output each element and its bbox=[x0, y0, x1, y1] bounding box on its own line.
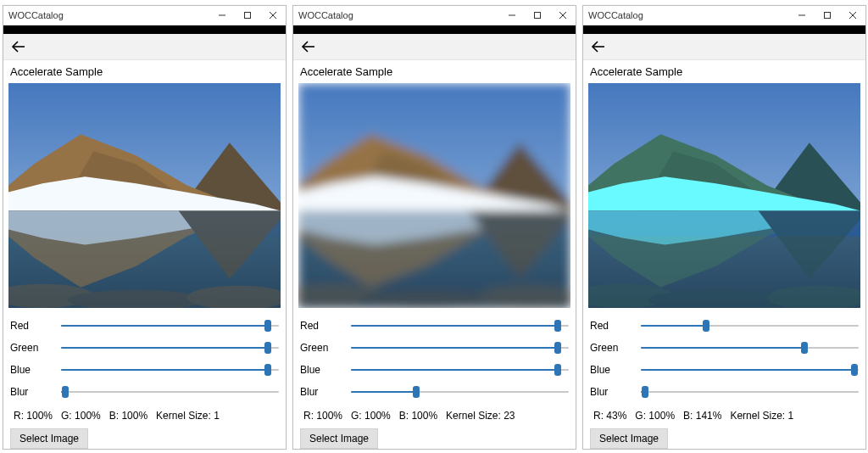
maximize-button[interactable] bbox=[815, 6, 840, 25]
app-header-bar bbox=[583, 25, 865, 34]
slider-row-blue: Blue bbox=[10, 359, 279, 381]
slider-blur[interactable] bbox=[351, 383, 569, 400]
titlebar[interactable]: WOCCatalog bbox=[583, 6, 865, 25]
back-arrow-icon bbox=[590, 40, 607, 53]
slider-green[interactable] bbox=[641, 339, 859, 356]
slider-label: Green bbox=[300, 342, 351, 354]
slider-label: Red bbox=[300, 320, 351, 332]
slider-blur[interactable] bbox=[61, 383, 279, 400]
minimize-button[interactable] bbox=[789, 6, 815, 25]
slider-row-red: Red bbox=[10, 315, 279, 337]
back-arrow-icon bbox=[10, 40, 27, 53]
slider-row-green: Green bbox=[10, 337, 279, 359]
app-header-bar bbox=[3, 25, 286, 34]
slider-label: Blur bbox=[10, 386, 61, 398]
slider-green[interactable] bbox=[351, 339, 569, 356]
app-window: WOCCatalog Accelerate bbox=[292, 5, 576, 450]
slider-thumb[interactable] bbox=[62, 386, 69, 398]
slider-thumb[interactable] bbox=[554, 342, 561, 354]
slider-thumb[interactable] bbox=[554, 320, 561, 332]
back-button[interactable] bbox=[10, 40, 27, 53]
image-preview bbox=[8, 83, 281, 308]
select-image-button[interactable]: Select Image bbox=[590, 428, 668, 449]
status-g: G: 100% bbox=[61, 410, 101, 422]
slider-thumb[interactable] bbox=[264, 320, 271, 332]
status-r: R: 43% bbox=[593, 410, 626, 422]
slider-label: Red bbox=[590, 320, 641, 332]
status-b: B: 100% bbox=[399, 410, 437, 422]
minimize-button[interactable] bbox=[209, 6, 235, 25]
app-title: WOCCatalog bbox=[588, 10, 643, 20]
window-controls bbox=[209, 6, 286, 25]
slider-track bbox=[641, 391, 859, 393]
page-title: Accelerate Sample bbox=[293, 60, 576, 81]
slider-red[interactable] bbox=[61, 317, 279, 334]
app-title: WOCCatalog bbox=[298, 10, 353, 20]
slider-thumb[interactable] bbox=[642, 386, 648, 398]
maximize-button[interactable] bbox=[525, 6, 550, 25]
page-title: Accelerate Sample bbox=[583, 60, 865, 81]
image-preview bbox=[298, 83, 570, 308]
slider-row-blur: Blur bbox=[300, 381, 569, 403]
app-window: WOCCatalog Accelerate bbox=[582, 5, 866, 450]
minimize-button[interactable] bbox=[499, 6, 525, 25]
slider-red[interactable] bbox=[351, 317, 569, 334]
status-kernel: Kernel Size: 23 bbox=[446, 410, 515, 422]
back-button[interactable] bbox=[590, 40, 607, 53]
status-kernel: Kernel Size: 1 bbox=[730, 410, 793, 422]
slider-blur[interactable] bbox=[641, 383, 859, 400]
slider-red[interactable] bbox=[641, 317, 859, 334]
back-button[interactable] bbox=[300, 40, 317, 53]
app-window: WOCCatalog Accelerate bbox=[3, 5, 287, 450]
nav-bar bbox=[583, 34, 865, 60]
image-preview bbox=[588, 83, 860, 308]
slider-label: Green bbox=[10, 342, 61, 354]
slider-thumb[interactable] bbox=[413, 386, 420, 398]
status-b: B: 141% bbox=[683, 410, 721, 422]
window-controls bbox=[499, 6, 576, 25]
slider-thumb[interactable] bbox=[851, 364, 858, 376]
status-line: R: 43% G: 100% B: 141% Kernel Size: 1 bbox=[583, 403, 865, 427]
slider-label: Green bbox=[590, 342, 641, 354]
titlebar[interactable]: WOCCatalog bbox=[293, 6, 576, 25]
slider-blue[interactable] bbox=[351, 361, 569, 378]
landscape-image bbox=[8, 83, 281, 308]
select-image-button[interactable]: Select Image bbox=[300, 428, 378, 449]
status-kernel: Kernel Size: 1 bbox=[156, 410, 220, 422]
slider-thumb[interactable] bbox=[703, 320, 709, 332]
slider-label: Red bbox=[10, 320, 61, 332]
select-image-button[interactable]: Select Image bbox=[10, 428, 88, 449]
status-line: R: 100% G: 100% B: 100% Kernel Size: 23 bbox=[293, 403, 576, 427]
slider-label: Blue bbox=[300, 364, 351, 376]
app-title: WOCCatalog bbox=[8, 10, 64, 20]
svg-rect-12 bbox=[535, 13, 541, 19]
slider-thumb[interactable] bbox=[801, 342, 808, 354]
slider-row-green: Green bbox=[590, 337, 859, 359]
slider-fill bbox=[351, 325, 558, 327]
close-button[interactable] bbox=[260, 6, 286, 25]
slider-thumb[interactable] bbox=[554, 364, 561, 376]
sliders-panel: Red Green Blue Blur bbox=[293, 311, 576, 403]
slider-row-blur: Blur bbox=[590, 381, 859, 403]
slider-label: Blue bbox=[10, 364, 61, 376]
status-g: G: 100% bbox=[351, 410, 391, 422]
slider-label: Blue bbox=[590, 364, 641, 376]
maximize-button[interactable] bbox=[235, 6, 260, 25]
slider-thumb[interactable] bbox=[264, 342, 271, 354]
close-button[interactable] bbox=[550, 6, 576, 25]
slider-blue[interactable] bbox=[61, 361, 279, 378]
slider-label: Blur bbox=[590, 386, 641, 398]
status-r: R: 100% bbox=[303, 410, 342, 422]
slider-green[interactable] bbox=[61, 339, 279, 356]
slider-row-blur: Blur bbox=[10, 381, 279, 403]
slider-fill bbox=[641, 347, 804, 349]
app-header-bar bbox=[293, 25, 576, 34]
slider-fill bbox=[351, 391, 416, 393]
slider-thumb[interactable] bbox=[264, 364, 271, 376]
status-r: R: 100% bbox=[14, 410, 53, 422]
slider-row-blue: Blue bbox=[590, 359, 859, 381]
close-button[interactable] bbox=[840, 6, 865, 25]
svg-rect-23 bbox=[825, 13, 831, 19]
titlebar[interactable]: WOCCatalog bbox=[3, 6, 286, 25]
slider-blue[interactable] bbox=[641, 361, 859, 378]
